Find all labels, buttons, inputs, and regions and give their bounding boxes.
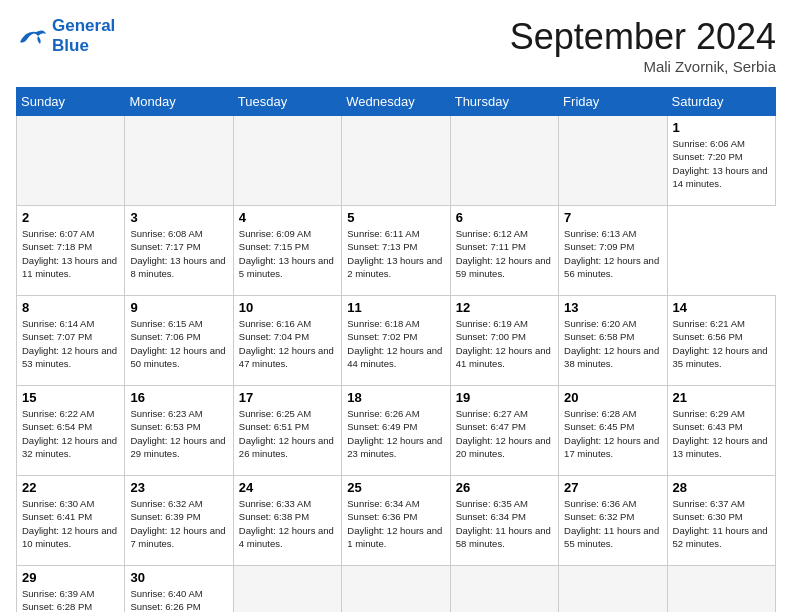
day-cell: 25 Sunrise: 6:34 AM Sunset: 6:36 PM Dayl…: [342, 476, 450, 566]
day-info: Sunrise: 6:34 AM Sunset: 6:36 PM Dayligh…: [347, 497, 444, 550]
day-info: Sunrise: 6:28 AM Sunset: 6:45 PM Dayligh…: [564, 407, 661, 460]
location-subtitle: Mali Zvornik, Serbia: [510, 58, 776, 75]
day-info: Sunrise: 6:36 AM Sunset: 6:32 PM Dayligh…: [564, 497, 661, 550]
weekday-header: Friday: [559, 88, 667, 116]
day-number: 18: [347, 390, 444, 405]
weekday-header: Thursday: [450, 88, 558, 116]
empty-cell: [559, 116, 667, 206]
week-row: 29 Sunrise: 6:39 AM Sunset: 6:28 PM Dayl…: [17, 566, 776, 613]
day-number: 11: [347, 300, 444, 315]
day-cell: 28 Sunrise: 6:37 AM Sunset: 6:30 PM Dayl…: [667, 476, 775, 566]
weekday-header: Sunday: [17, 88, 125, 116]
day-cell: 23 Sunrise: 6:32 AM Sunset: 6:39 PM Dayl…: [125, 476, 233, 566]
day-cell: 15 Sunrise: 6:22 AM Sunset: 6:54 PM Dayl…: [17, 386, 125, 476]
day-cell: 11 Sunrise: 6:18 AM Sunset: 7:02 PM Dayl…: [342, 296, 450, 386]
day-cell: [559, 566, 667, 613]
day-number: 12: [456, 300, 553, 315]
day-info: Sunrise: 6:21 AM Sunset: 6:56 PM Dayligh…: [673, 317, 770, 370]
day-number: 13: [564, 300, 661, 315]
day-number: 1: [673, 120, 770, 135]
day-number: 8: [22, 300, 119, 315]
weekday-header: Monday: [125, 88, 233, 116]
day-info: Sunrise: 6:09 AM Sunset: 7:15 PM Dayligh…: [239, 227, 336, 280]
day-cell: 9 Sunrise: 6:15 AM Sunset: 7:06 PM Dayli…: [125, 296, 233, 386]
empty-cell: [342, 116, 450, 206]
day-cell: 30 Sunrise: 6:40 AM Sunset: 6:26 PM Dayl…: [125, 566, 233, 613]
day-number: 29: [22, 570, 119, 585]
day-number: 22: [22, 480, 119, 495]
day-number: 23: [130, 480, 227, 495]
day-cell: 20 Sunrise: 6:28 AM Sunset: 6:45 PM Dayl…: [559, 386, 667, 476]
page-header: General Blue September 2024 Mali Zvornik…: [16, 16, 776, 75]
weekday-header: Tuesday: [233, 88, 341, 116]
day-info: Sunrise: 6:26 AM Sunset: 6:49 PM Dayligh…: [347, 407, 444, 460]
day-cell: 17 Sunrise: 6:25 AM Sunset: 6:51 PM Dayl…: [233, 386, 341, 476]
week-row: 1 Sunrise: 6:06 AM Sunset: 7:20 PM Dayli…: [17, 116, 776, 206]
day-info: Sunrise: 6:29 AM Sunset: 6:43 PM Dayligh…: [673, 407, 770, 460]
day-number: 30: [130, 570, 227, 585]
day-number: 9: [130, 300, 227, 315]
day-cell: 22 Sunrise: 6:30 AM Sunset: 6:41 PM Dayl…: [17, 476, 125, 566]
day-info: Sunrise: 6:08 AM Sunset: 7:17 PM Dayligh…: [130, 227, 227, 280]
day-info: Sunrise: 6:18 AM Sunset: 7:02 PM Dayligh…: [347, 317, 444, 370]
week-row: 8 Sunrise: 6:14 AM Sunset: 7:07 PM Dayli…: [17, 296, 776, 386]
day-info: Sunrise: 6:19 AM Sunset: 7:00 PM Dayligh…: [456, 317, 553, 370]
day-cell: 26 Sunrise: 6:35 AM Sunset: 6:34 PM Dayl…: [450, 476, 558, 566]
day-cell: 13 Sunrise: 6:20 AM Sunset: 6:58 PM Dayl…: [559, 296, 667, 386]
day-cell: [667, 566, 775, 613]
day-cell: 4 Sunrise: 6:09 AM Sunset: 7:15 PM Dayli…: [233, 206, 341, 296]
day-number: 24: [239, 480, 336, 495]
empty-cell: [450, 116, 558, 206]
empty-cell: [233, 116, 341, 206]
day-number: 20: [564, 390, 661, 405]
day-number: 4: [239, 210, 336, 225]
day-info: Sunrise: 6:37 AM Sunset: 6:30 PM Dayligh…: [673, 497, 770, 550]
day-cell: 16 Sunrise: 6:23 AM Sunset: 6:53 PM Dayl…: [125, 386, 233, 476]
day-info: Sunrise: 6:15 AM Sunset: 7:06 PM Dayligh…: [130, 317, 227, 370]
day-cell: 12 Sunrise: 6:19 AM Sunset: 7:00 PM Dayl…: [450, 296, 558, 386]
day-info: Sunrise: 6:25 AM Sunset: 6:51 PM Dayligh…: [239, 407, 336, 460]
day-cell: 8 Sunrise: 6:14 AM Sunset: 7:07 PM Dayli…: [17, 296, 125, 386]
day-info: Sunrise: 6:12 AM Sunset: 7:11 PM Dayligh…: [456, 227, 553, 280]
day-info: Sunrise: 6:14 AM Sunset: 7:07 PM Dayligh…: [22, 317, 119, 370]
day-number: 2: [22, 210, 119, 225]
day-number: 7: [564, 210, 661, 225]
day-info: Sunrise: 6:16 AM Sunset: 7:04 PM Dayligh…: [239, 317, 336, 370]
day-info: Sunrise: 6:35 AM Sunset: 6:34 PM Dayligh…: [456, 497, 553, 550]
month-title: September 2024: [510, 16, 776, 58]
empty-cell: [125, 116, 233, 206]
day-info: Sunrise: 6:39 AM Sunset: 6:28 PM Dayligh…: [22, 587, 119, 612]
day-info: Sunrise: 6:30 AM Sunset: 6:41 PM Dayligh…: [22, 497, 119, 550]
week-row: 2 Sunrise: 6:07 AM Sunset: 7:18 PM Dayli…: [17, 206, 776, 296]
empty-cell: [17, 116, 125, 206]
day-number: 21: [673, 390, 770, 405]
day-cell: 6 Sunrise: 6:12 AM Sunset: 7:11 PM Dayli…: [450, 206, 558, 296]
logo-text: General Blue: [52, 16, 115, 57]
day-info: Sunrise: 6:13 AM Sunset: 7:09 PM Dayligh…: [564, 227, 661, 280]
day-info: Sunrise: 6:23 AM Sunset: 6:53 PM Dayligh…: [130, 407, 227, 460]
day-number: 25: [347, 480, 444, 495]
weekday-header: Saturday: [667, 88, 775, 116]
day-number: 3: [130, 210, 227, 225]
day-cell: 24 Sunrise: 6:33 AM Sunset: 6:38 PM Dayl…: [233, 476, 341, 566]
day-number: 5: [347, 210, 444, 225]
day-info: Sunrise: 6:40 AM Sunset: 6:26 PM Dayligh…: [130, 587, 227, 612]
logo-icon: [16, 22, 48, 50]
calendar-table: SundayMondayTuesdayWednesdayThursdayFrid…: [16, 87, 776, 612]
day-cell: 27 Sunrise: 6:36 AM Sunset: 6:32 PM Dayl…: [559, 476, 667, 566]
day-info: Sunrise: 6:22 AM Sunset: 6:54 PM Dayligh…: [22, 407, 119, 460]
logo: General Blue: [16, 16, 115, 57]
weekday-header-row: SundayMondayTuesdayWednesdayThursdayFrid…: [17, 88, 776, 116]
week-row: 15 Sunrise: 6:22 AM Sunset: 6:54 PM Dayl…: [17, 386, 776, 476]
day-number: 6: [456, 210, 553, 225]
day-info: Sunrise: 6:33 AM Sunset: 6:38 PM Dayligh…: [239, 497, 336, 550]
day-number: 16: [130, 390, 227, 405]
day-info: Sunrise: 6:11 AM Sunset: 7:13 PM Dayligh…: [347, 227, 444, 280]
day-number: 10: [239, 300, 336, 315]
day-cell: 10 Sunrise: 6:16 AM Sunset: 7:04 PM Dayl…: [233, 296, 341, 386]
day-cell: 19 Sunrise: 6:27 AM Sunset: 6:47 PM Dayl…: [450, 386, 558, 476]
day-number: 26: [456, 480, 553, 495]
day-number: 27: [564, 480, 661, 495]
day-number: 19: [456, 390, 553, 405]
day-cell: 5 Sunrise: 6:11 AM Sunset: 7:13 PM Dayli…: [342, 206, 450, 296]
